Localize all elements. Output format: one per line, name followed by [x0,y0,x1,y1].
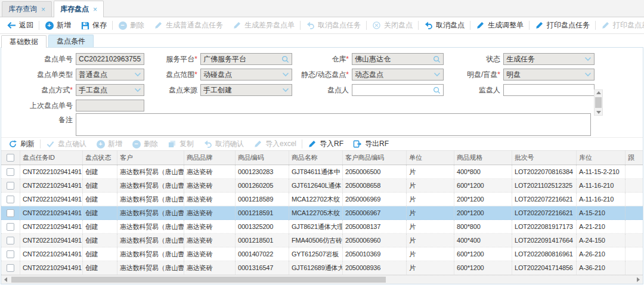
count-method-field-label: 盘点方式* [2,85,75,95]
tab-inventory-count[interactable]: 库存盘点 × [54,1,104,17]
close-icon[interactable]: × [41,5,45,14]
scrollbar-thumb[interactable] [11,277,386,283]
row-checkbox[interactable] [7,223,14,231]
table-row[interactable]: CNT2022102941491创建惠达数科贸易（唐山曹妃惠达瓷砖0001218… [1,206,643,220]
tab-inventory-query[interactable]: 库存查询 × [2,1,52,17]
column-header-unit[interactable]: 单位 [407,151,454,165]
cell-tracking [626,234,643,247]
chevron-down-icon[interactable] [434,72,441,77]
scrollbar-thumb[interactable] [595,97,602,108]
column-header-customer[interactable]: 客户 [117,151,184,165]
search-icon[interactable] [433,86,441,94]
select-all-header[interactable] [1,151,20,165]
tab-count-conditions[interactable]: 盘点条件 [48,35,94,47]
table-row[interactable]: CNT2022102941491创建惠达数科贸易（唐山曹妃惠达瓷砖0001316… [1,261,643,275]
scroll-right-icon[interactable] [634,275,643,284]
content-panel: 盘点单号CC2022102963755服务平台*广佛服务平台仓库*佛山惠达仓状态… [1,47,643,284]
chevron-down-icon[interactable] [282,88,289,92]
column-header-location[interactable]: 库位 [577,151,626,165]
table-row[interactable]: CNT2022102941491创建惠达数科贸易（唐山曹妃惠达瓷砖0001260… [1,179,643,193]
row-checkbox[interactable] [7,264,14,272]
count-confirm-button[interactable]: 盘点确认 [41,137,91,151]
add-button[interactable]: +新增 [40,18,76,33]
cell-tracking [626,206,643,219]
column-header-lot_no[interactable]: 批次号 [512,151,577,165]
remark-field[interactable] [76,113,591,136]
count-method-field[interactable]: 手工盘点 [76,84,144,96]
generate-adjustment-button[interactable]: 生成调整单 [471,18,528,33]
supervisor-field[interactable] [503,84,595,96]
cell-brand: 惠达瓷砖 [184,193,236,206]
select-all-checkbox[interactable] [7,154,14,162]
copy-button[interactable]: 复制 [163,137,199,151]
refresh-button[interactable]: 刷新 [4,137,39,151]
row-select-cell [1,220,20,233]
row-checkbox[interactable] [7,209,14,217]
tab-basic-data[interactable]: 基础数据 [1,35,47,48]
table-row[interactable]: CNT2022102941491创建惠达数科贸易（唐山曹妃惠达瓷砖0001230… [1,165,643,179]
status-field-value: 生成任务 [506,54,584,64]
row-checkbox[interactable] [7,182,14,190]
row-checkbox[interactable] [7,250,14,258]
count-sheet-type-field[interactable]: 普通盘点 [76,69,144,80]
chevron-down-icon[interactable] [584,57,592,61]
export-rf-button[interactable]: 导出RF [348,137,394,151]
column-header-task_id[interactable]: 盘点任务ID [20,151,83,165]
generate-normal-count-task-button[interactable]: 生成普通盘点任务 [149,18,228,33]
chevron-down-icon[interactable] [134,88,141,92]
cancel-count-task-button[interactable]: 取消盘点任务 [301,18,366,33]
row-checkbox[interactable] [7,168,14,176]
status-field[interactable]: 生成任务 [503,53,595,65]
count-source-field[interactable]: 手工创建 [200,84,292,96]
count-scope-field[interactable]: 动碰盘点 [200,69,292,80]
count-sheet-no-field[interactable]: CC2022102963755 [76,53,144,65]
delete-button[interactable]: −删除 [113,18,149,33]
import-excel-button[interactable]: 导入excel [249,137,301,151]
column-header-product_name[interactable]: 商品名称 [289,151,343,165]
search-icon[interactable] [433,55,441,63]
print-count-task-button[interactable]: 打印盘点任务 [530,18,595,33]
search-icon[interactable] [281,55,289,63]
chevron-down-icon[interactable] [134,72,141,77]
chevron-down-icon[interactable] [282,72,289,77]
last-count-sheet-no-field[interactable] [76,100,144,111]
grid-add-button[interactable]: +新增 [91,137,127,151]
back-button[interactable]: 返回 [2,18,38,33]
column-header-brand[interactable]: 商品品牌 [184,151,236,165]
column-header-count_status[interactable]: 盘点状态 [83,151,117,165]
generate-diff-count-sheet-button[interactable]: 生成差异盘点单 [228,18,299,33]
subtab-label: 基础数据 [10,38,38,46]
close-icon[interactable]: × [93,5,97,14]
counter-field[interactable] [352,84,444,96]
cell-customer_product_code: 2050010369 [343,247,407,261]
warehouse-field[interactable]: 佛山惠达仓 [352,53,444,65]
horizontal-scrollbar[interactable] [1,275,643,284]
save-button[interactable]: 保存 [76,18,112,33]
app-window: 库存查询 × 库存盘点 × 返回+新增保存−删除生成普通盘点任务生成差异盘点单取… [0,0,644,285]
table-row[interactable]: CNT2022102941491创建惠达数科贸易（唐山曹妃惠达瓷砖0001218… [1,234,643,247]
table-row[interactable]: CNT2022102941491创建惠达数科贸易（唐山曹妃惠达瓷砖0001407… [1,247,643,261]
import-rf-button[interactable]: 导入RF [303,137,348,151]
table-row[interactable]: CNT2022102941491创建惠达数科贸易（唐山曹妃惠达瓷砖0001218… [1,193,643,206]
scroll-down-icon[interactable] [596,111,601,114]
scroll-left-icon[interactable] [1,275,10,284]
close-count-button[interactable]: 关闭盘点 [367,18,417,33]
cancel-count-button[interactable]: 取消盘点 [419,18,469,33]
print-count-diff-button[interactable]: 打印盘点差异单 [596,18,644,33]
sub-tab-bar: 基础数据 盘点条件 [0,34,644,47]
grid-delete-button[interactable]: −删除 [127,137,163,151]
row-checkbox[interactable] [7,237,14,244]
column-header-spec[interactable]: 商品规格 [454,151,512,165]
open-blind-count-field[interactable]: 明盘 [503,69,595,80]
cancel-confirm-button[interactable]: 取消确认 [199,137,249,151]
static-dynamic-count-field[interactable]: 动态盘点 [352,69,444,80]
column-header-tracking[interactable]: 跟 [626,151,643,165]
scroll-up-icon[interactable] [596,91,601,94]
column-header-product_code[interactable]: 商品编码 [236,151,289,165]
column-header-customer_product_code[interactable]: 客户商品编码 [343,151,407,165]
chevron-down-icon[interactable] [584,72,592,77]
service-platform-field[interactable]: 广佛服务平台 [200,53,292,65]
table-row[interactable]: CNT2022102941491创建惠达数科贸易（唐山曹妃惠达瓷砖0001325… [1,220,643,234]
remark-scrollbar[interactable] [594,89,603,116]
row-checkbox[interactable] [7,196,14,203]
